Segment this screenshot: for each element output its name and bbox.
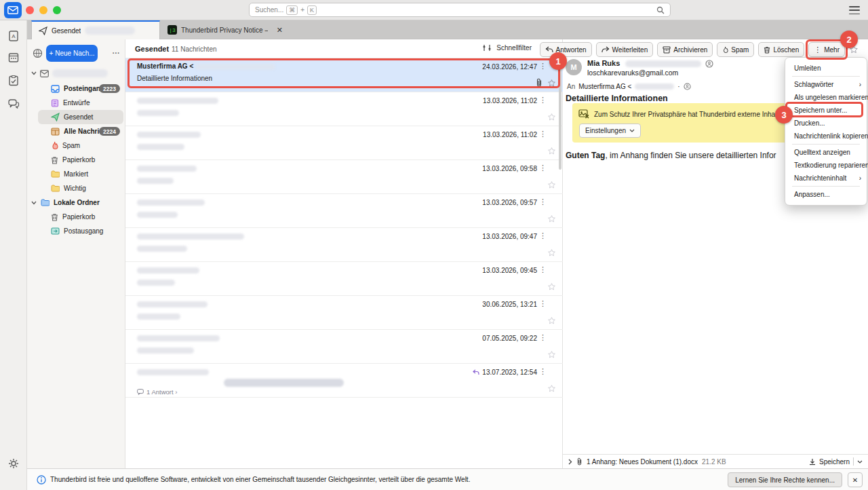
contact-icon[interactable] (684, 83, 691, 90)
mail-space-button[interactable] (4, 2, 22, 18)
new-message-button[interactable]: + Neue Nach... (46, 45, 98, 62)
thread-replies-toggle[interactable]: 1 Antwort › (137, 388, 177, 396)
tab-label: Thunderbird Privacy Notice — Mozil (181, 26, 268, 34)
global-search-input[interactable]: Suchen... ⌘ + K (249, 3, 671, 17)
message-row[interactable]: 07.05.2025, 09:22 ⋮ (125, 330, 563, 364)
menu-item-drucken[interactable]: Drucken... (785, 117, 867, 130)
menu-item-anpassen[interactable]: Anpassen... (785, 188, 867, 201)
sidebar-item-markiert[interactable]: Markiert (27, 167, 125, 181)
message-body: Guten Tag, im Anhang finden Sie unsere d… (566, 151, 789, 160)
row-more-icon[interactable]: ⋮ (539, 367, 547, 376)
menu-item-nachrichtenlink-kopieren[interactable]: Nachrichtenlink kopieren (785, 130, 867, 143)
message-row[interactable]: 13.03.2026, 09:58 ⋮ (125, 160, 563, 194)
tasks-icon[interactable] (7, 75, 20, 87)
star-icon[interactable] (547, 113, 556, 121)
reply-button[interactable]: Antworten (540, 42, 592, 57)
star-icon[interactable] (547, 147, 556, 155)
menu-item-schlagwoerter[interactable]: Schlagwörter› (785, 78, 867, 91)
star-icon[interactable] (547, 316, 556, 325)
row-more-icon[interactable]: ⋮ (539, 130, 547, 138)
row-more-icon[interactable]: ⋮ (539, 265, 547, 274)
redacted-account-name (85, 26, 135, 35)
calendar-icon[interactable] (7, 52, 20, 64)
account-root-item[interactable] (31, 69, 108, 77)
sender-email[interactable]: loschkarevaruks@gmail.com (587, 69, 678, 77)
row-more-icon[interactable]: ⋮ (539, 62, 547, 71)
message-list-header: Gesendet 11 Nachrichten Schnellfilter (125, 39, 563, 58)
menu-item-umleiten[interactable]: Umleiten (785, 62, 867, 75)
quick-filter-icon[interactable] (483, 44, 491, 52)
more-button[interactable]: ⋮ Mehr (808, 42, 845, 57)
close-tab-icon[interactable]: ✕ (277, 26, 283, 35)
row-more-icon[interactable]: ⋮ (539, 231, 547, 240)
sidebar-item-spam[interactable]: Spam (27, 138, 125, 153)
contact-icon[interactable] (705, 60, 713, 68)
message-row[interactable]: 30.06.2025, 13:21 ⋮ (125, 296, 563, 330)
message-row[interactable]: 13.07.2023, 12:54 ⋮ 1 Antwort › (125, 364, 563, 398)
star-icon[interactable] (547, 214, 556, 223)
row-more-icon[interactable]: ⋮ (539, 299, 547, 308)
sidebar-item-alle-nachrichten[interactable]: Alle Nachric... 2224 (27, 124, 125, 138)
attachment-name[interactable]: 1 Anhang: Neues Dokument (1).docx (587, 458, 698, 466)
folder-icon (51, 170, 60, 178)
delete-button[interactable]: Löschen (758, 42, 804, 57)
row-more-icon[interactable]: ⋮ (539, 197, 547, 206)
tab-gesendet[interactable]: Gesendet (31, 20, 160, 39)
archive-icon (663, 46, 671, 54)
message-row-selected[interactable]: Musterfirma AG < Detaillierte Informatio… (125, 58, 563, 92)
sender-name[interactable]: Mia Ruks (587, 59, 620, 67)
close-window-button[interactable] (26, 6, 34, 14)
zoom-window-button[interactable] (53, 6, 61, 14)
folder-pane-options-button[interactable]: ... (113, 48, 120, 55)
star-icon[interactable] (547, 384, 556, 393)
sidebar-item-gesendet[interactable]: Gesendet (38, 110, 123, 124)
expand-attachments-icon[interactable] (568, 459, 572, 465)
quick-filter-label[interactable]: Schnellfilter (496, 44, 532, 52)
recipient-value[interactable]: Musterfirma AG < (578, 83, 631, 90)
search-icon (656, 6, 665, 14)
settings-gear-icon[interactable] (7, 457, 20, 470)
sidebar-item-entwuerfe[interactable]: Entwürfe (27, 96, 125, 110)
menu-item-nachrichteninhalt[interactable]: Nachrichteninhalt› (785, 172, 867, 185)
menu-item-als-ungelesen-markieren[interactable]: Als ungelesen markieren (785, 91, 867, 104)
spam-button[interactable]: Spam (717, 42, 754, 57)
menu-item-quelltext-anzeigen[interactable]: Quelltext anzeigen (785, 146, 867, 159)
redacted-subject (137, 178, 174, 184)
star-icon[interactable] (547, 181, 556, 189)
archive-button[interactable]: Archivieren (657, 42, 713, 57)
mehr-context-menu: Umleiten Schlagwörter› Als ungelesen mar… (785, 57, 867, 206)
star-icon[interactable] (547, 248, 556, 257)
notice-settings-button[interactable]: Einstellungen (579, 124, 641, 138)
minimize-window-button[interactable] (39, 6, 47, 14)
menu-item-speichern-unter[interactable]: Speichern unter... (785, 104, 867, 117)
sidebar-item-lokal-papierkorb[interactable]: Papierkorb (27, 210, 125, 224)
sidebar-item-postausgang[interactable]: Postausgang (27, 224, 125, 238)
close-notification-button[interactable]: ✕ (848, 472, 863, 487)
sidebar-item-papierkorb[interactable]: Papierkorb (27, 153, 125, 167)
row-more-icon[interactable]: ⋮ (539, 164, 547, 172)
app-menu-button[interactable] (849, 6, 860, 14)
forward-button[interactable]: Weiterleiten (596, 42, 654, 57)
star-icon[interactable] (547, 282, 556, 291)
globe-icon[interactable] (33, 48, 43, 58)
message-row[interactable]: 13.03.2026, 09:45 ⋮ (125, 262, 563, 296)
star-icon[interactable] (547, 350, 556, 359)
message-row[interactable]: 13.03.2026, 09:47 ⋮ (125, 228, 563, 262)
tab-privacy-notice[interactable]: |3 Thunderbird Privacy Notice — Mozil ✕ (161, 20, 290, 39)
sidebar-item-lokale-ordner[interactable]: Lokale Ordner (27, 195, 125, 210)
address-book-icon[interactable]: A (7, 30, 20, 42)
save-attachment-button[interactable]: Speichern (819, 458, 850, 466)
row-more-icon[interactable]: ⋮ (539, 333, 547, 342)
sidebar-item-wichtig[interactable]: Wichtig (27, 181, 125, 195)
menu-item-textkodierung-reparieren[interactable]: Textkodierung reparieren (785, 159, 867, 172)
sidebar-item-posteingang[interactable]: Posteingang 2223 (27, 81, 125, 96)
message-list-scrollbar[interactable] (559, 61, 561, 170)
message-row[interactable]: 13.03.2026, 11:02 ⋮ (125, 92, 563, 126)
star-icon[interactable] (547, 79, 556, 88)
know-your-rights-button[interactable]: Lernen Sie Ihre Rechte kennen... (728, 472, 842, 487)
message-row[interactable]: 13.03.2026, 11:02 ⋮ (125, 126, 563, 160)
chevron-down-icon[interactable] (857, 460, 863, 464)
message-row[interactable]: 13.03.2026, 09:57 ⋮ (125, 194, 563, 228)
chat-icon[interactable] (7, 98, 20, 110)
row-more-icon[interactable]: ⋮ (539, 96, 547, 105)
